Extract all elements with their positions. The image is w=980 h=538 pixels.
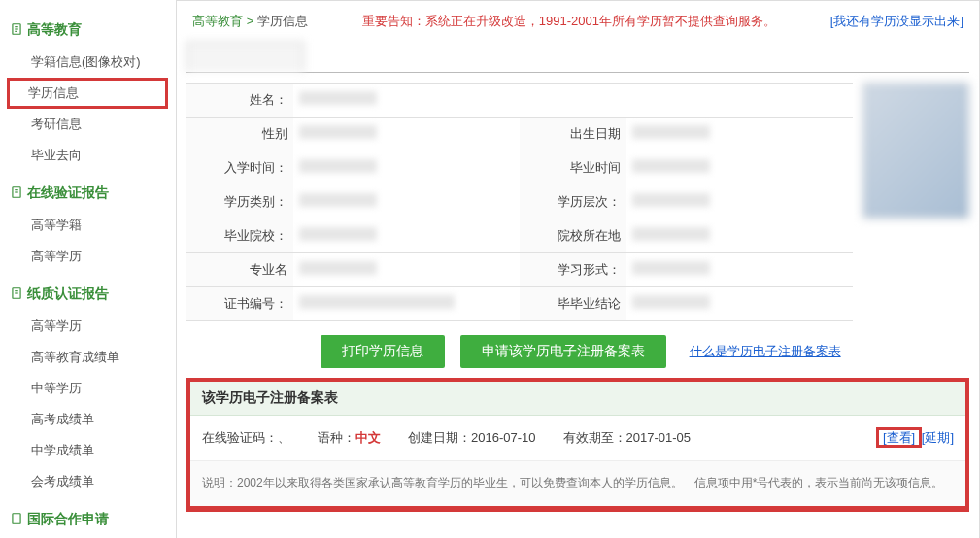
label-gender: 性别 <box>186 118 293 151</box>
registration-box: 该学历电子注册备案表 在线验证码：、 语种：中文 创建日期：2016-07-10… <box>186 378 969 512</box>
sidebar-section-intl: 国际合作申请 <box>10 511 176 528</box>
sidebar-item-kaoyan[interactable]: 考研信息 <box>10 109 176 140</box>
sidebar-item-gdxj[interactable]: 高等学籍 <box>10 210 176 241</box>
label-name: 姓名： <box>186 84 293 117</box>
value-gender <box>293 118 520 151</box>
link-what-is-reg[interactable]: 什么是学历电子注册备案表 <box>690 344 841 358</box>
value-degree-level <box>626 185 853 219</box>
doc-icon <box>10 185 23 202</box>
print-button[interactable]: 打印学历信息 <box>321 335 445 368</box>
sidebar-item-p5[interactable]: 中学成绩单 <box>10 435 176 466</box>
value-birth <box>626 118 853 151</box>
label-birth: 出生日期 <box>520 118 626 151</box>
label-cert-no: 证书编号： <box>186 287 293 320</box>
breadcrumb-root[interactable]: 高等教育 <box>192 14 243 28</box>
info-table: 姓名： 性别 出生日期 入学时间： 毕业时间 学历类别： 学历层次： 毕业院校： <box>186 83 853 321</box>
value-study-form <box>626 253 853 286</box>
label-grad-time: 毕业时间 <box>520 151 626 185</box>
value-school-loc <box>626 219 853 252</box>
sidebar-section-title: 纸质认证报告 <box>27 286 109 303</box>
label-study-form: 学习形式： <box>520 253 626 286</box>
label-school: 毕业院校： <box>186 219 293 252</box>
sidebar: 高等教育 学籍信息(图像校对) 学历信息 考研信息 毕业去向 在线验证报告 高等… <box>0 0 177 538</box>
sidebar-item-xueji[interactable]: 学籍信息(图像校对) <box>10 47 176 78</box>
reg-valid: 有效期至：2017-01-05 <box>563 429 692 447</box>
sidebar-item-biye[interactable]: 毕业去向 <box>10 140 176 171</box>
sidebar-item-p6[interactable]: 会考成绩单 <box>10 466 176 497</box>
reg-lang: 语种：中文 <box>318 429 381 447</box>
value-grad-time <box>626 151 853 185</box>
reg-verify-code: 在线验证码：、 <box>202 429 290 447</box>
sidebar-item-p4[interactable]: 高考成绩单 <box>10 404 176 435</box>
apply-reg-button[interactable]: 申请该学历电子注册备案表 <box>460 335 666 368</box>
sidebar-item-p1[interactable]: 高等学历 <box>10 311 176 342</box>
value-cert-no <box>293 287 520 320</box>
sidebar-section-title: 在线验证报告 <box>27 185 109 202</box>
sidebar-item-gdxl[interactable]: 高等学历 <box>10 241 176 272</box>
sidebar-section-paper-cert: 纸质认证报告 <box>10 286 176 303</box>
value-degree-type <box>293 185 520 219</box>
doc-icon <box>10 286 23 303</box>
top-notice: 重要告知：系统正在升级改造，1991-2001年所有学历暂不提供查询服务。 <box>362 13 776 30</box>
breadcrumb-current: 学历信息 <box>257 14 308 28</box>
reg-header: 该学历电子注册备案表 <box>190 382 965 416</box>
value-major <box>293 253 520 286</box>
sidebar-section-title: 国际合作申请 <box>27 511 109 528</box>
main-content: 高等教育 > 学历信息 重要告知：系统正在升级改造，1991-2001年所有学历… <box>177 0 980 538</box>
label-enroll: 入学时间： <box>186 151 293 185</box>
svg-rect-10 <box>13 513 20 523</box>
reg-created: 创建日期：2016-07-10 <box>408 429 536 447</box>
tab-1[interactable] <box>186 42 304 72</box>
breadcrumb: 高等教育 > 学历信息 <box>192 13 308 30</box>
sidebar-section-online-verify: 在线验证报告 <box>10 185 176 202</box>
doc-icon <box>10 22 23 39</box>
sidebar-item-xueli[interactable]: 学历信息 <box>7 78 168 109</box>
value-grad-concl <box>626 287 853 320</box>
button-row: 打印学历信息 申请该学历电子注册备案表 什么是学历电子注册备案表 <box>186 335 969 368</box>
link-extend[interactable]: [延期] <box>922 430 954 445</box>
value-school <box>293 219 520 252</box>
student-photo <box>862 83 969 219</box>
sidebar-section-higher-edu: 高等教育 <box>10 21 176 39</box>
sidebar-section-title: 高等教育 <box>27 21 82 39</box>
degree-tabs <box>186 42 969 73</box>
doc-icon <box>10 512 23 528</box>
label-degree-level: 学历层次： <box>520 185 626 219</box>
link-view[interactable]: [查看] <box>876 427 922 448</box>
value-enroll <box>293 151 520 185</box>
explain-text: 说明：2002年以来取得各类国家承认高等教育学历的毕业生，可以免费查询本人的学历… <box>190 460 965 506</box>
sidebar-item-p3[interactable]: 中等学历 <box>10 373 176 404</box>
label-major: 专业名 <box>186 253 293 286</box>
sidebar-item-p2[interactable]: 高等教育成绩单 <box>10 342 176 373</box>
link-missing-degree[interactable]: [我还有学历没显示出来] <box>830 13 963 30</box>
label-degree-type: 学历类别： <box>186 185 293 219</box>
value-name <box>293 84 853 117</box>
label-grad-concl: 毕毕业结论 <box>520 287 626 320</box>
label-school-loc: 院校所在地 <box>520 219 626 252</box>
